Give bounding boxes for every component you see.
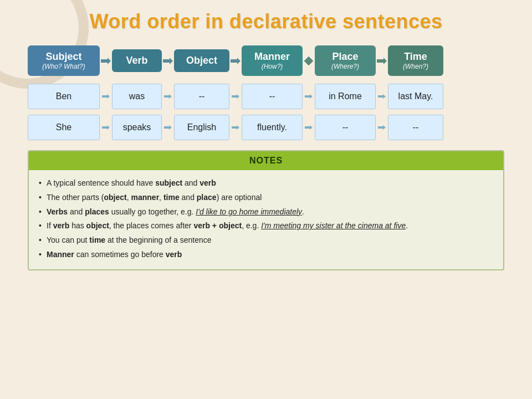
notes-section: NOTES A typical sentence should have sub… [28,150,504,270]
note-item-6: Manner can sometimes go before verb [39,248,493,262]
header-manner-label: Manner [254,51,290,63]
svg-marker-13 [305,125,313,130]
header-verb: Verb [112,49,162,72]
header-subject: Subject (Who? What?) [28,45,100,76]
data-arrow-2-1 [100,122,112,132]
cell-speaks: speaks [112,115,162,140]
note-item-3: Verbs and places usually go together, e.… [39,206,493,219]
arrow-1 [100,55,112,67]
note-item-2: The other parts (object, manner, time an… [39,191,493,204]
data-row-2: She speaks English fluently. -- -- [28,115,510,140]
data-arrow-1-4 [303,91,315,101]
header-subject-sub: (Who? What?) [42,63,85,70]
header-manner: Manner (How?) [242,45,303,76]
header-manner-sub: (How?) [262,63,283,70]
cell-ben: Ben [28,84,100,109]
arrow-4 [303,55,315,67]
svg-marker-14 [378,125,386,130]
header-object-label: Object [186,55,217,66]
svg-marker-1 [163,58,173,64]
svg-marker-9 [378,94,386,99]
data-arrow-2-5 [376,122,388,132]
arrow-3 [229,55,242,67]
note-item-4: If verb has object, the places comes aft… [39,219,493,233]
cell-row2-place: -- [315,115,376,140]
header-time-label: Time [404,51,427,63]
cell-she: She [28,115,100,140]
svg-marker-0 [101,58,111,64]
svg-marker-12 [232,125,239,130]
cell-last-may: last May. [388,84,443,109]
cell-english: English [174,115,229,140]
data-arrow-1-5 [376,91,388,101]
header-place-label: Place [332,51,358,63]
data-arrow-1-2 [162,91,174,101]
main-container: Word order in declarative sentences Subj… [0,0,532,280]
svg-marker-2 [231,58,241,64]
cell-fluently: fluently. [242,115,303,140]
header-row: Subject (Who? What?) Verb Object Manner … [28,45,510,76]
cell-in-rome: in Rome [315,84,376,109]
arrow-2 [162,55,174,67]
svg-marker-5 [102,94,110,99]
cell-row1-manner: -- [242,84,303,109]
svg-marker-7 [232,94,239,99]
page-title: Word order in declarative sentences [22,10,510,33]
svg-marker-6 [164,94,172,99]
note-item-1: A typical sentence should have subject a… [39,177,493,190]
header-place-sub: (Where?) [331,63,359,70]
header-place: Place (Where?) [315,45,376,76]
cell-row2-time: -- [388,115,443,140]
cell-row1-object: -- [174,84,229,109]
svg-marker-3 [304,56,314,66]
svg-marker-10 [102,125,110,130]
notes-header: NOTES [29,151,503,170]
notes-body: A typical sentence should have subject a… [29,170,503,269]
svg-marker-8 [305,94,313,99]
data-arrow-2-3 [229,122,242,132]
svg-marker-4 [377,58,387,64]
svg-marker-11 [164,125,172,130]
arrow-5 [376,55,388,67]
data-row-1: Ben was -- -- in Rome last May. [28,84,510,109]
data-arrow-1-1 [100,91,112,101]
header-object: Object [174,49,229,72]
header-verb-label: Verb [126,55,147,66]
cell-was: was [112,84,162,109]
note-item-5: You can put time at the beginning of a s… [39,234,493,247]
header-subject-label: Subject [45,51,81,63]
data-arrow-1-3 [229,91,242,101]
data-arrow-2-4 [303,122,315,132]
header-time: Time (When?) [388,45,443,76]
data-arrow-2-2 [162,122,174,132]
header-time-sub: (When?) [403,63,428,70]
